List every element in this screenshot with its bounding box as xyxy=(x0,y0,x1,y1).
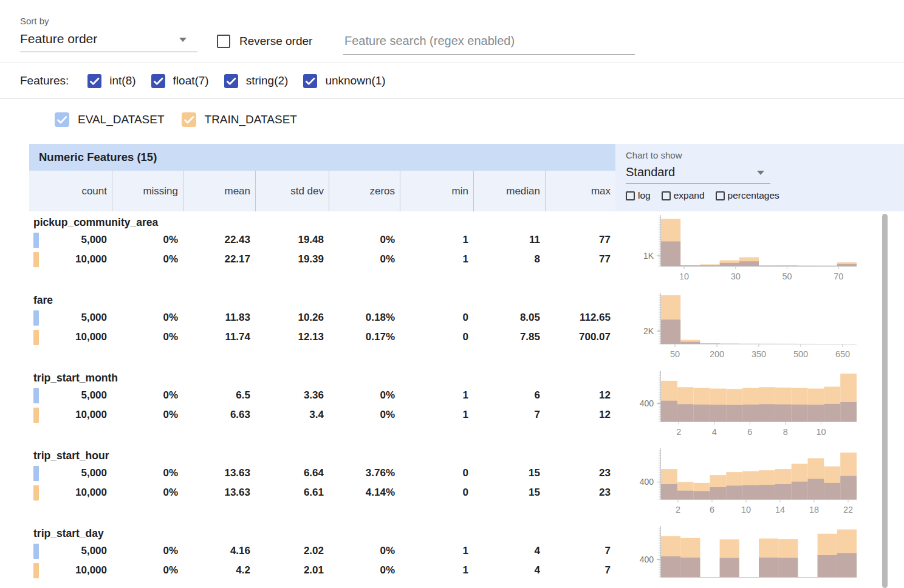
train-missing: 0% xyxy=(112,331,183,343)
sort-order-select[interactable]: Feature order xyxy=(20,26,197,52)
column-header-median: median xyxy=(473,171,545,211)
feature-type-filter: Features: int(8) float(7) string(2) unkn… xyxy=(0,63,904,99)
eval-dataset-marker xyxy=(33,544,39,559)
train-count: 10,000 xyxy=(29,409,112,421)
eval-count: 5,000 xyxy=(29,234,112,246)
train-std-dev: 3.4 xyxy=(255,409,329,421)
eval-mean: 13.63 xyxy=(183,467,255,479)
filter-float-checkbox[interactable]: float(7) xyxy=(151,74,209,88)
train-count: 10,000 xyxy=(29,564,112,576)
checkbox-checked-icon xyxy=(182,112,196,127)
column-header-min: min xyxy=(400,171,473,211)
train-median: 7.85 xyxy=(473,331,545,343)
svg-text:50: 50 xyxy=(782,272,792,281)
eval-std-dev: 6.64 xyxy=(255,467,329,479)
expand-label: expand xyxy=(674,190,705,201)
feature-table-body: pickup_community_area5,0000%22.4319.480%… xyxy=(29,211,882,588)
feature-block-trip_start_month: trip_start_month5,0000%6.53.360%161210,0… xyxy=(29,367,882,445)
eval-min: 1 xyxy=(400,389,473,402)
checkbox-unchecked-icon xyxy=(217,35,230,48)
eval-count: 5,000 xyxy=(29,545,112,557)
train-missing: 0% xyxy=(112,487,183,499)
eval-max: 112.65 xyxy=(545,312,615,324)
chart-to-show-label: Chart to show xyxy=(626,150,904,160)
train-count: 10,000 xyxy=(29,253,112,265)
percentages-checkbox[interactable]: percentages xyxy=(716,190,779,201)
eval-zeros: 0% xyxy=(329,234,400,246)
column-header-std-dev: std dev xyxy=(255,171,329,211)
eval-median: 11 xyxy=(473,234,545,246)
log-checkbox[interactable]: log xyxy=(626,190,651,201)
train-std-dev: 2.01 xyxy=(255,564,329,576)
train-std-dev: 6.61 xyxy=(255,487,329,499)
eval-std-dev: 10.26 xyxy=(255,312,329,324)
svg-text:650: 650 xyxy=(835,349,850,359)
svg-text:6: 6 xyxy=(747,427,752,437)
filter-string-label: string(2) xyxy=(246,74,289,87)
expand-checkbox[interactable]: expand xyxy=(662,190,705,201)
train-max: 23 xyxy=(545,487,615,499)
column-header-row: countmissingmeanstd devzerosminmedianmax xyxy=(29,171,615,211)
eval-min: 0 xyxy=(400,312,473,324)
train-min: 0 xyxy=(400,487,473,499)
eval-max: 12 xyxy=(545,389,615,402)
column-header-mean: mean xyxy=(183,171,255,211)
train-median: 8 xyxy=(473,253,545,265)
train-max: 7 xyxy=(545,564,615,576)
feature-search-input[interactable] xyxy=(343,30,635,55)
histogram-trip_start_hour: 4002610141822 xyxy=(620,445,863,522)
eval-dataset-checkbox[interactable]: EVAL_DATASET xyxy=(55,112,165,127)
histogram-fare: 2K50200350500650 xyxy=(620,289,863,367)
train-missing: 0% xyxy=(112,409,183,421)
filter-string-checkbox[interactable]: string(2) xyxy=(224,74,289,88)
train-mean: 4.2 xyxy=(183,564,255,576)
filter-unknown-checkbox[interactable]: unknown(1) xyxy=(303,74,385,88)
filter-int-checkbox[interactable]: int(8) xyxy=(87,74,135,88)
train-max: 77 xyxy=(545,253,615,265)
log-label: log xyxy=(638,190,651,201)
checkbox-unchecked-icon xyxy=(626,191,635,200)
train-median: 4 xyxy=(473,564,545,576)
sort-by-label: Sort by xyxy=(20,16,197,26)
svg-text:30: 30 xyxy=(731,272,741,281)
svg-text:2: 2 xyxy=(676,505,680,514)
chart-panel: Chart to show Standard log expand percen… xyxy=(615,144,904,211)
reverse-order-checkbox[interactable]: Reverse order xyxy=(217,35,312,48)
chevron-down-icon xyxy=(179,38,187,42)
train-zeros: 0% xyxy=(329,564,400,576)
train-max: 700.07 xyxy=(545,331,615,343)
eval-min: 1 xyxy=(400,234,473,246)
numeric-features-header: Numeric Features (15) xyxy=(29,144,615,171)
column-header-missing: missing xyxy=(112,171,183,211)
checkbox-checked-icon xyxy=(151,74,165,88)
eval-count: 5,000 xyxy=(29,467,112,479)
eval-dataset-marker xyxy=(33,310,39,326)
eval-count: 5,000 xyxy=(29,389,112,402)
eval-missing: 0% xyxy=(112,234,183,246)
eval-count: 5,000 xyxy=(29,312,112,324)
feature-block-trip_start_day: trip_start_day5,0000%4.162.020%14710,000… xyxy=(29,522,882,588)
train-dataset-marker xyxy=(33,408,39,423)
chevron-down-icon xyxy=(757,171,764,175)
svg-text:500: 500 xyxy=(793,349,808,359)
train-mean: 22.17 xyxy=(183,253,255,265)
train-max: 12 xyxy=(545,409,615,421)
histogram-pickup_community_area: 1K10305070 xyxy=(620,211,863,289)
checkbox-checked-icon xyxy=(224,74,238,88)
eval-dataset-marker xyxy=(33,388,39,403)
svg-text:400: 400 xyxy=(640,398,654,408)
chart-type-value: Standard xyxy=(626,165,675,179)
train-dataset-marker xyxy=(33,330,39,345)
eval-zeros: 0.18% xyxy=(329,312,400,324)
train-std-dev: 19.39 xyxy=(255,253,329,265)
vertical-scrollbar[interactable] xyxy=(882,214,888,588)
train-zeros: 4.14% xyxy=(329,487,400,499)
train-min: 0 xyxy=(400,331,473,343)
train-count: 10,000 xyxy=(29,331,112,343)
svg-text:10: 10 xyxy=(816,427,826,437)
chart-type-select[interactable]: Standard xyxy=(626,160,770,184)
eval-std-dev: 3.36 xyxy=(255,389,329,402)
train-mean: 11.74 xyxy=(183,331,255,343)
train-dataset-checkbox[interactable]: TRAIN_DATASET xyxy=(182,112,297,127)
eval-missing: 0% xyxy=(112,545,183,557)
